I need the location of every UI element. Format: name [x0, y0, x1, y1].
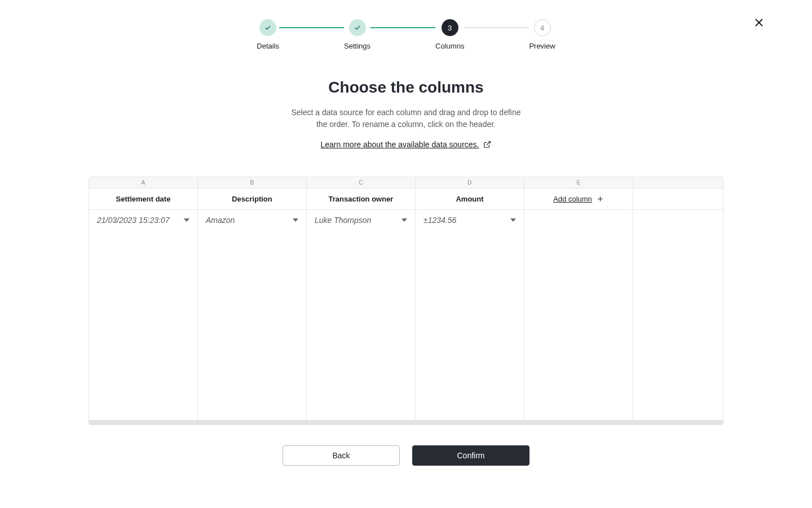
learn-more-link[interactable]: Learn more about the available data sour… — [321, 140, 492, 149]
step-connector — [370, 27, 435, 28]
empty-col — [198, 230, 307, 420]
column-letter: C — [307, 177, 416, 188]
external-link-icon — [483, 141, 491, 148]
page-subtitle: Select a data source for each column and… — [288, 107, 524, 130]
column-header-transaction-owner[interactable]: Transaction owner — [307, 189, 416, 209]
step-circle-upcoming: 4 — [534, 19, 551, 36]
column-header-description[interactable]: Description — [198, 189, 307, 209]
column-values-row: 21/03/2023 15:23:07 Amazon Luke Thompson… — [89, 210, 723, 230]
svg-marker-5 — [184, 218, 189, 222]
step-connector — [279, 27, 344, 28]
step-settings[interactable]: Settings — [344, 19, 370, 50]
page-title: Choose the columns — [195, 78, 617, 97]
step-circle-current: 3 — [442, 19, 458, 36]
column-value-empty — [524, 210, 633, 230]
column-letter: D — [416, 177, 524, 188]
check-icon — [354, 24, 361, 31]
horizontal-scrollbar[interactable] — [89, 420, 723, 424]
column-letter: A — [89, 177, 198, 188]
back-button[interactable]: Back — [283, 445, 400, 466]
empty-col — [524, 230, 633, 420]
column-letter: B — [198, 177, 307, 188]
step-label: Preview — [529, 42, 555, 50]
empty-col — [307, 230, 416, 420]
close-button[interactable] — [752, 16, 766, 29]
add-column-button[interactable]: Add column — [524, 189, 633, 209]
columns-table: A B C D E Settlement date Description Tr… — [89, 177, 723, 425]
empty-col — [89, 230, 198, 420]
svg-line-2 — [487, 142, 490, 145]
column-value-text: ±1234.56 — [423, 216, 456, 225]
empty-col — [416, 230, 524, 420]
column-value-rest — [633, 210, 723, 230]
svg-marker-7 — [401, 218, 407, 222]
column-value-text: Luke Thompson — [315, 216, 371, 225]
step-preview[interactable]: 4 Preview — [529, 19, 555, 50]
step-circle-completed — [259, 19, 276, 36]
learn-more-text: Learn more about the available data sour… — [321, 140, 479, 149]
column-value-select-description[interactable]: Amazon — [198, 210, 307, 230]
footer-actions: Back Confirm — [0, 445, 812, 466]
column-letter: E — [524, 177, 633, 188]
close-icon — [754, 17, 764, 28]
empty-rest — [633, 230, 723, 420]
column-header-amount[interactable]: Amount — [416, 189, 524, 209]
step-details[interactable]: Details — [257, 19, 279, 50]
column-value-select-transaction-owner[interactable]: Luke Thompson — [307, 210, 416, 230]
step-columns[interactable]: 3 Columns — [435, 19, 464, 50]
column-header-empty — [633, 189, 723, 209]
confirm-button[interactable]: Confirm — [412, 445, 529, 466]
table-empty-area — [89, 230, 723, 420]
check-icon — [264, 24, 271, 31]
column-letter-empty — [633, 177, 723, 188]
column-headers-row: Settlement date Description Transaction … — [89, 189, 723, 210]
column-value-text: Amazon — [206, 216, 235, 225]
stepper: Details Settings 3 Columns 4 Preview — [0, 0, 812, 50]
caret-down-icon — [293, 217, 298, 223]
column-value-select-settlement-date[interactable]: 21/03/2023 15:23:07 — [89, 210, 198, 230]
step-connector — [464, 27, 529, 28]
column-letters-row: A B C D E — [89, 177, 723, 189]
column-value-text: 21/03/2023 15:23:07 — [97, 216, 169, 225]
caret-down-icon — [510, 217, 516, 223]
step-label: Settings — [344, 42, 370, 50]
step-label: Columns — [435, 42, 464, 50]
column-header-settlement-date[interactable]: Settlement date — [89, 189, 198, 209]
step-circle-completed — [349, 19, 366, 36]
column-value-select-amount[interactable]: ±1234.56 — [416, 210, 524, 230]
plus-icon — [597, 195, 604, 203]
caret-down-icon — [184, 217, 189, 223]
add-column-label: Add column — [553, 195, 592, 203]
caret-down-icon — [401, 217, 407, 223]
step-label: Details — [257, 42, 279, 50]
svg-marker-8 — [510, 218, 516, 222]
svg-marker-6 — [293, 218, 298, 222]
